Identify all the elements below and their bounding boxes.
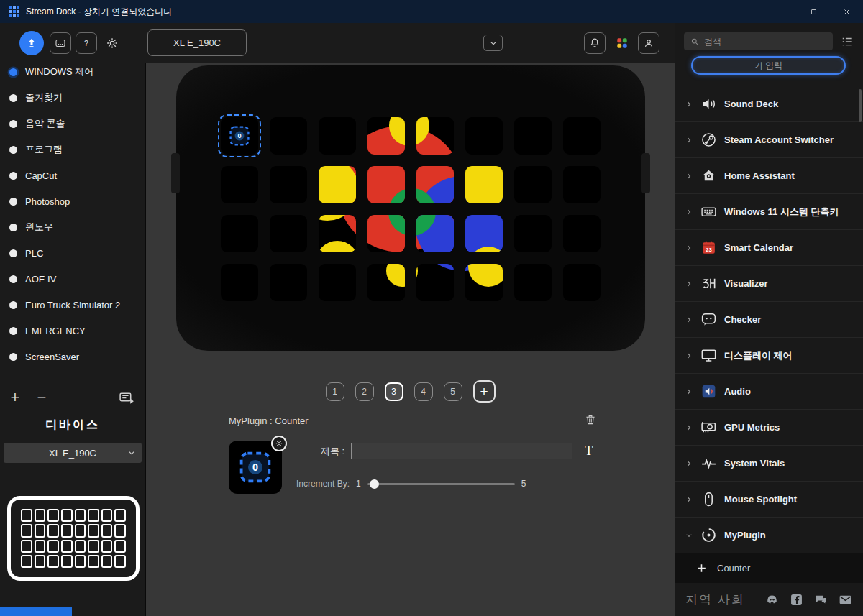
remove-profile-button[interactable]: − xyxy=(33,387,50,408)
plugin-row[interactable]: Home Assistant xyxy=(675,158,863,194)
apps-grid-icon xyxy=(615,36,629,50)
plugin-row[interactable]: Windows 11 시스템 단축키 xyxy=(675,194,863,230)
plugin-row[interactable]: GPU Metrics xyxy=(675,410,863,446)
help-button[interactable]: ? xyxy=(76,32,97,54)
discord-icon[interactable] xyxy=(764,592,780,607)
deck-key[interactable] xyxy=(319,117,356,155)
profile-item[interactable]: PLC xyxy=(0,240,145,266)
app-home-button[interactable] xyxy=(19,31,44,55)
plugin-row[interactable]: Mouse Spotlight xyxy=(675,482,863,518)
bottom-accent-strip xyxy=(0,607,72,616)
deck-key[interactable] xyxy=(465,117,503,155)
profile-item[interactable]: 음악 콘솔 xyxy=(0,111,145,137)
delete-action-button[interactable] xyxy=(584,413,597,426)
profile-item[interactable]: 프로그램 xyxy=(0,137,145,162)
page-button[interactable]: 2 xyxy=(355,382,374,401)
deck-key[interactable] xyxy=(270,215,307,252)
deck-key[interactable] xyxy=(563,166,601,203)
close-button[interactable] xyxy=(830,0,863,23)
page-button[interactable]: 3 xyxy=(385,382,403,401)
plugin-row[interactable]: Audio xyxy=(675,374,863,410)
plugin-row[interactable]: Visualizer xyxy=(675,266,863,302)
plugin-row[interactable]: Steam Account Switcher xyxy=(675,122,863,158)
list-view-button[interactable] xyxy=(840,35,854,49)
account-button[interactable] xyxy=(638,32,659,54)
deck-key[interactable] xyxy=(514,117,552,155)
plugin-store-button[interactable] xyxy=(611,32,633,54)
deck-key[interactable] xyxy=(319,215,356,252)
profile-item[interactable]: AOE IV xyxy=(0,266,145,292)
profile-manager-button[interactable] xyxy=(118,390,136,408)
minimize-button[interactable] xyxy=(764,0,797,23)
title-input[interactable] xyxy=(351,443,572,459)
deck-key[interactable] xyxy=(465,166,503,203)
notifications-button[interactable] xyxy=(584,32,606,54)
deck-key[interactable] xyxy=(221,166,258,203)
deck-key[interactable] xyxy=(221,264,258,301)
deck-key[interactable] xyxy=(465,264,503,301)
deck-key[interactable] xyxy=(367,215,405,252)
device-select[interactable]: XL E_190C xyxy=(4,443,142,463)
device-view-button[interactable] xyxy=(50,32,71,54)
deck-key[interactable] xyxy=(221,215,258,252)
deck-key[interactable] xyxy=(416,117,454,155)
deck-key[interactable] xyxy=(416,166,454,203)
plugin-row[interactable]: MyPlugin xyxy=(675,518,863,553)
deck-key[interactable] xyxy=(270,166,307,203)
deck-key[interactable] xyxy=(416,264,454,301)
deck-key[interactable] xyxy=(367,166,405,203)
toolbar: ? XL E_190C xyxy=(0,23,675,63)
deck-key[interactable] xyxy=(514,166,552,203)
facebook-icon[interactable] xyxy=(789,592,804,607)
deck-key[interactable] xyxy=(270,264,307,301)
deck-key[interactable] xyxy=(367,264,405,301)
profile-item[interactable]: ScreenSaver xyxy=(0,344,145,369)
maximize-button[interactable] xyxy=(797,0,830,23)
deck-key[interactable] xyxy=(465,215,503,252)
layout-dropdown-button[interactable] xyxy=(483,35,503,51)
profile-label: PLC xyxy=(25,248,43,259)
page-button[interactable]: 5 xyxy=(444,382,462,401)
key-input-button[interactable]: 키 입력 xyxy=(691,56,846,75)
plugin-row[interactable]: Checker xyxy=(675,302,863,338)
deck-key[interactable] xyxy=(563,215,601,252)
profile-item[interactable]: WINDOWS 제어 xyxy=(0,59,145,85)
deck-key[interactable] xyxy=(514,215,552,252)
settings-button[interactable] xyxy=(101,32,123,54)
deck-key[interactable] xyxy=(270,117,307,155)
profile-item[interactable]: EMERGENCY xyxy=(0,318,145,344)
plugin-action-row[interactable]: Counter xyxy=(675,553,863,584)
deck-key[interactable] xyxy=(367,117,405,155)
plugin-row[interactable]: System Vitals xyxy=(675,446,863,482)
plugin-row[interactable]: 23Smart Calendar xyxy=(675,230,863,266)
profile-item[interactable]: CapCut xyxy=(0,162,145,188)
page-button[interactable]: 1 xyxy=(326,382,344,401)
scrollbar[interactable] xyxy=(859,89,862,122)
increment-slider[interactable] xyxy=(367,483,515,485)
deck-key[interactable] xyxy=(319,264,356,301)
plugin-row[interactable]: Sound Deck xyxy=(675,86,863,122)
deck-key[interactable] xyxy=(514,264,552,301)
deck-key[interactable] xyxy=(319,166,356,203)
deck-key[interactable] xyxy=(563,117,601,155)
profile-item[interactable]: Photoshop xyxy=(0,188,145,214)
profile-item[interactable]: 즐겨찾기 xyxy=(0,85,145,111)
deck-key[interactable]: 0 xyxy=(221,117,258,155)
slider-thumb[interactable] xyxy=(370,479,379,489)
chevron-right-icon xyxy=(685,244,693,252)
chat-icon[interactable] xyxy=(813,592,828,607)
plugin-row[interactable]: 디스플레이 제어 xyxy=(675,338,863,374)
deck-key[interactable] xyxy=(416,215,454,252)
icon-settings-button[interactable] xyxy=(271,436,287,451)
deck-key[interactable] xyxy=(563,264,601,301)
text-format-button[interactable]: T xyxy=(585,443,593,459)
mail-icon[interactable] xyxy=(838,592,853,607)
chevron-right-icon xyxy=(685,280,693,288)
search-input[interactable] xyxy=(704,37,827,47)
device-name-box[interactable]: XL E_190C xyxy=(147,29,247,56)
profile-item[interactable]: Euro Truck Simulator 2 xyxy=(0,292,145,318)
add-profile-button[interactable]: + xyxy=(6,387,24,408)
profile-item[interactable]: 윈도우 xyxy=(0,214,145,240)
add-page-button[interactable]: + xyxy=(473,380,496,403)
page-button[interactable]: 4 xyxy=(414,382,433,401)
